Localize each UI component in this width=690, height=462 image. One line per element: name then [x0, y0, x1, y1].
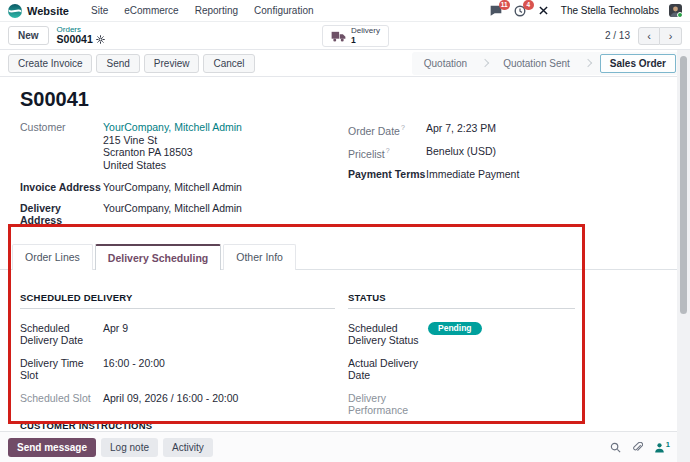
scheduled-delivery-status-label: Scheduled Delivery Status	[348, 322, 428, 347]
delivery-stat-count: 1	[351, 36, 380, 45]
delivery-stat-button[interactable]: Delivery 1	[322, 25, 389, 47]
order-date-label: Order Date	[348, 125, 400, 137]
activities-clock-icon[interactable]: 4	[513, 4, 527, 18]
pager: 2 / 13 ‹ ›	[605, 27, 682, 45]
customer-city: Scranton PA 18503	[103, 146, 242, 159]
search-messages-icon[interactable]	[610, 442, 621, 453]
delivery-address-value[interactable]: YourCompany, Mitchell Admin	[103, 202, 242, 227]
user-avatar[interactable]	[669, 4, 682, 17]
help-marker-icon: ?	[386, 147, 390, 154]
delivery-time-slot-value[interactable]: 16:00 - 20:00	[103, 357, 165, 370]
activity-button[interactable]: Activity	[163, 438, 213, 457]
pending-status-badge: Pending	[428, 322, 482, 336]
scheduled-delivery-date-label: Scheduled Delivery Date	[20, 322, 103, 347]
truck-icon	[331, 31, 346, 42]
customer-field: Customer YourCompany, Mitchell Admin 215…	[20, 121, 348, 171]
order-date-value[interactable]: Apr 7, 2:23 PM	[426, 122, 496, 137]
delivery-performance-label: Delivery Performance	[348, 392, 428, 417]
invoice-address-label: Invoice Address	[20, 181, 103, 194]
order-date-field: Order Date? Apr 7, 2:23 PM	[348, 122, 690, 137]
send-message-button[interactable]: Send message	[8, 438, 96, 457]
pricelist-label: Pricelist	[348, 148, 385, 160]
menu-reporting[interactable]: Reporting	[187, 5, 246, 16]
chatter-bar: Send message Log note Activity 1	[0, 431, 690, 462]
website-app-icon	[8, 4, 22, 18]
new-button[interactable]: New	[8, 26, 49, 45]
gear-icon[interactable]	[96, 35, 105, 44]
chevron-left-icon: ‹	[647, 30, 651, 42]
pager-previous-button[interactable]: ‹	[638, 27, 660, 45]
invoice-address-field: Invoice Address YourCompany, Mitchell Ad…	[20, 181, 348, 194]
payment-terms-label: Payment Terms	[348, 168, 426, 181]
messages-icon[interactable]: 11	[489, 4, 503, 18]
form-sheet: S00041 Customer YourCompany, Mitchell Ad…	[0, 77, 690, 431]
create-invoice-button[interactable]: Create Invoice	[8, 54, 92, 73]
actual-delivery-date-label: Actual Delivery Date	[348, 357, 428, 382]
status-step-quotation[interactable]: Quotation	[418, 55, 473, 72]
customer-street: 215 Vine St	[103, 134, 242, 147]
menu-site[interactable]: Site	[83, 5, 116, 16]
tab-other-info[interactable]: Other Info	[223, 244, 296, 270]
scheduled-delivery-status-field: Scheduled Delivery Status Pending	[348, 322, 575, 347]
delivery-time-slot-field: Delivery Time Slot 16:00 - 20:00	[20, 357, 335, 382]
delivery-address-field: Delivery Address YourCompany, Mitchell A…	[20, 202, 348, 227]
app-name: Website	[27, 5, 69, 17]
status-step-quotation-sent[interactable]: Quotation Sent	[497, 55, 576, 72]
pricelist-value[interactable]: Benelux (USD)	[426, 145, 496, 160]
order-title: S00041	[0, 77, 690, 121]
follower-person-icon	[654, 442, 665, 453]
top-navbar: Website Site eCommerce Reporting Configu…	[0, 0, 690, 22]
actual-delivery-date-field: Actual Delivery Date	[348, 357, 575, 382]
scrollbar-track[interactable]	[677, 50, 690, 462]
help-marker-icon: ?	[401, 124, 405, 131]
pricelist-field: Pricelist? Benelux (USD)	[348, 145, 690, 160]
statusbar: Quotation Quotation Sent Sales Order	[412, 52, 682, 75]
scrollbar-thumb[interactable]	[680, 56, 687, 314]
cancel-button[interactable]: Cancel	[203, 54, 254, 73]
online-status-dot	[677, 12, 682, 17]
control-panel: New Orders S00041	[0, 22, 690, 50]
send-button[interactable]: Send	[96, 54, 139, 73]
delivery-stat-label: Delivery	[351, 27, 380, 35]
followers-count: 1	[666, 440, 670, 449]
delivery-time-slot-label: Delivery Time Slot	[20, 357, 103, 382]
action-bar: Create Invoice Send Preview Cancel Quota…	[0, 50, 690, 77]
scheduled-slot-field: Scheduled Slot April 09, 2026 / 16:00 - …	[20, 392, 335, 405]
pager-value: 2 / 13	[605, 30, 630, 41]
attachment-paperclip-icon[interactable]	[632, 442, 643, 453]
tab-delivery-scheduling[interactable]: Delivery Scheduling	[95, 244, 221, 270]
scheduled-slot-label: Scheduled Slot	[20, 392, 103, 405]
scheduled-slot-value: April 09, 2026 / 16:00 - 20:00	[103, 392, 238, 405]
statusbar-chevron-icon	[481, 59, 489, 67]
user-menu-label[interactable]: The Stella Technolabs	[561, 5, 659, 16]
delivery-address-label: Delivery Address	[20, 202, 103, 227]
log-note-button[interactable]: Log note	[101, 438, 158, 457]
customer-country: United States	[103, 159, 242, 172]
breadcrumb-current: S00041	[57, 34, 93, 45]
customer-link[interactable]: YourCompany, Mitchell Admin	[103, 121, 242, 134]
customer-label: Customer	[20, 121, 103, 171]
messages-badge: 11	[499, 0, 510, 10]
payment-terms-value[interactable]: Immediate Payment	[426, 168, 519, 181]
payment-terms-field: Payment Terms Immediate Payment	[348, 168, 690, 181]
breadcrumb: Orders S00041	[57, 26, 105, 45]
invoice-address-value[interactable]: YourCompany, Mitchell Admin	[103, 181, 242, 194]
tab-order-lines[interactable]: Order Lines	[12, 244, 93, 270]
menu-configuration[interactable]: Configuration	[246, 5, 321, 16]
statusbar-chevron-icon	[584, 59, 592, 67]
status-step-sales-order[interactable]: Sales Order	[600, 54, 676, 73]
activities-badge: 4	[523, 0, 534, 10]
followers-button[interactable]: 1	[654, 442, 670, 453]
status-section-title: STATUS	[348, 292, 575, 309]
chevron-right-icon: ›	[669, 30, 673, 42]
delivery-performance-field: Delivery Performance	[348, 392, 575, 417]
pager-next-button[interactable]: ›	[660, 27, 682, 45]
menu-ecommerce[interactable]: eCommerce	[116, 5, 186, 16]
preview-button[interactable]: Preview	[144, 54, 200, 73]
notebook-tabs: Order Lines Delivery Scheduling Other In…	[0, 243, 690, 270]
scheduled-delivery-date-value[interactable]: Apr 9	[103, 322, 128, 335]
app-switcher[interactable]: Website	[8, 4, 69, 18]
scheduled-delivery-date-field: Scheduled Delivery Date Apr 9	[20, 322, 335, 347]
systray-x-icon[interactable]	[537, 4, 551, 18]
scheduled-delivery-section-title: SCHEDULED DELIVERY	[20, 292, 335, 309]
